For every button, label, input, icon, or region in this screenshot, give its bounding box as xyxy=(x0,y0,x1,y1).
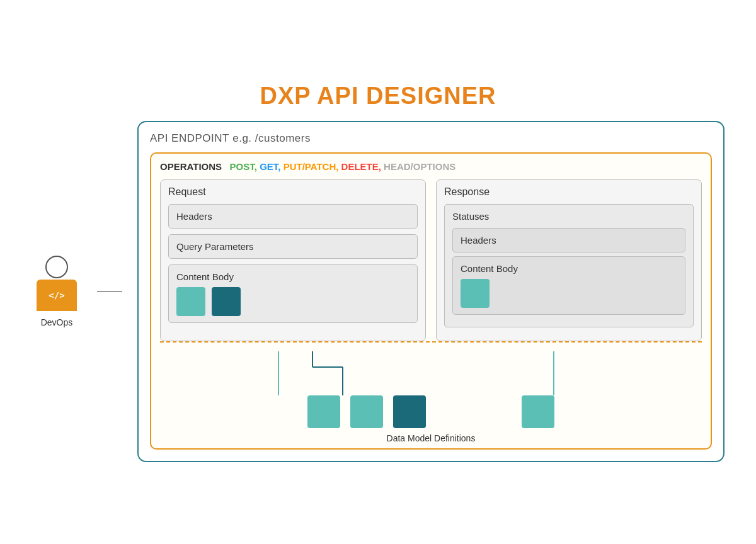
devops-person: </> xyxy=(37,256,77,311)
devops-figure: </> DevOps xyxy=(32,256,82,327)
connector-line xyxy=(97,291,122,292)
response-content-body-inner-box: Content Body xyxy=(452,256,685,315)
req-cb-square-2 xyxy=(212,287,241,316)
request-query-params-box: Query Parameters xyxy=(168,234,418,259)
op-delete: DELETE, xyxy=(341,161,381,172)
response-statuses-box: Statuses Headers Content Body xyxy=(444,204,694,327)
req-resp-row: Request Headers Query Parameters Content… xyxy=(160,179,702,341)
dm-square-4 xyxy=(522,395,554,428)
dm-spacer xyxy=(436,395,512,428)
op-post: POST, xyxy=(230,161,257,172)
dm-square-3 xyxy=(393,395,426,428)
op-put: PUT/PATCH, xyxy=(284,161,339,172)
request-box: Request Headers Query Parameters Content… xyxy=(160,179,426,341)
operations-box: OPERATIONS POST, GET, PUT/PATCH, DELETE,… xyxy=(150,152,712,450)
request-title: Request xyxy=(168,186,418,198)
diagram-area: </> DevOps API ENDPOINT e.g. /customers … xyxy=(32,121,724,462)
op-get: GET, xyxy=(260,161,280,172)
endpoint-title: API ENDPOINT e.g. /customers xyxy=(150,132,712,145)
response-headers-inner-box: Headers xyxy=(452,228,685,252)
data-model-section: Data Model Definitions xyxy=(160,341,702,448)
devops-label: DevOps xyxy=(41,317,73,327)
op-head: HEAD/OPTIONS xyxy=(384,161,455,172)
endpoint-box: API ENDPOINT e.g. /customers OPERATIONS … xyxy=(137,121,724,462)
req-cb-square-1 xyxy=(176,287,205,316)
dm-square-1 xyxy=(307,395,340,428)
resp-cb-square-1 xyxy=(461,279,490,308)
response-title: Response xyxy=(444,186,694,198)
page-title: DXP API DESIGNER xyxy=(260,82,496,110)
page-wrapper: DXP API DESIGNER </> DevOps API ENDPOINT… xyxy=(32,82,724,462)
dm-squares-row xyxy=(307,395,554,428)
devops-code-icon: </> xyxy=(49,290,64,300)
devops-head xyxy=(45,256,68,278)
devops-body: </> xyxy=(37,280,77,311)
response-cb-squares xyxy=(461,279,677,308)
operations-header: OPERATIONS POST, GET, PUT/PATCH, DELETE,… xyxy=(160,161,702,172)
dm-label: Data Model Definitions xyxy=(387,433,476,443)
request-headers-box: Headers xyxy=(168,204,418,229)
request-content-body-box: Content Body xyxy=(168,264,418,323)
request-cb-squares xyxy=(176,287,410,316)
connector-svg xyxy=(160,351,702,395)
response-box: Response Statuses Headers Content Body xyxy=(436,179,702,341)
dm-square-2 xyxy=(350,395,383,428)
